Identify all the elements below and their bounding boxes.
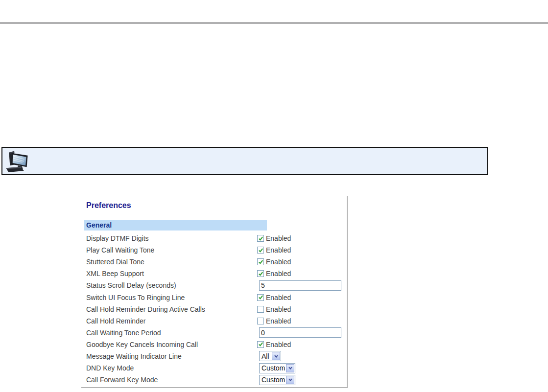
checkbox-label: Enabled xyxy=(266,258,291,266)
horizontal-rule xyxy=(0,23,548,23)
setting-control: Enabled xyxy=(257,234,291,242)
enabled-checkbox[interactable] xyxy=(257,235,264,242)
checkmark-icon xyxy=(258,271,263,277)
setting-select[interactable]: Custom xyxy=(259,363,295,373)
setting-control: Enabled xyxy=(257,341,291,348)
chevron-down-icon[interactable] xyxy=(286,364,294,372)
page: { "colors": { "title_text": "#1c1c8e", "… xyxy=(0,0,548,392)
setting-label: Display DTMF Digits xyxy=(84,234,257,242)
settings-row: Switch UI Focus To Ringing Line Enabled xyxy=(84,291,345,303)
setting-text-input[interactable] xyxy=(259,280,341,291)
settings-row: XML Beep Support Enabled xyxy=(84,268,345,279)
enabled-checkbox[interactable] xyxy=(257,341,264,348)
setting-control: Enabled xyxy=(257,305,291,313)
select-value: All xyxy=(260,352,271,360)
setting-control: Enabled xyxy=(257,317,291,325)
setting-control xyxy=(257,327,341,338)
setting-label: Status Scroll Delay (seconds) xyxy=(84,281,257,289)
setting-control: All xyxy=(257,351,281,361)
settings-row: DND Key Mode Custom xyxy=(84,362,345,374)
checkbox-label: Enabled xyxy=(266,246,291,254)
checkmark-icon xyxy=(258,342,263,347)
setting-label: DND Key Mode xyxy=(84,364,257,372)
settings-row: Status Scroll Delay (seconds) xyxy=(84,279,345,291)
setting-control: Enabled xyxy=(257,246,291,254)
enabled-checkbox[interactable] xyxy=(257,270,264,277)
enabled-checkbox[interactable] xyxy=(257,318,264,324)
settings-row: Display DTMF Digits Enabled xyxy=(84,232,345,244)
preferences-panel: Preferences General Display DTMF Digits … xyxy=(81,196,348,388)
setting-select[interactable]: Custom xyxy=(259,375,295,385)
checkbox-label: Enabled xyxy=(266,341,291,348)
enabled-checkbox[interactable] xyxy=(257,294,264,301)
setting-label: Call Hold Reminder During Active Calls xyxy=(84,305,257,313)
setting-label: Call Forward Key Mode xyxy=(84,376,257,384)
setting-label: Stuttered Dial Tone xyxy=(84,258,257,266)
page-title: Preferences xyxy=(86,201,131,210)
setting-label: Call Waiting Tone Period xyxy=(84,329,257,337)
settings-row: Message Waiting Indicator Line All xyxy=(84,350,345,362)
setting-control: Enabled xyxy=(257,270,291,277)
settings-row: Goodbye Key Cancels Incoming Call Enable… xyxy=(84,339,345,350)
setting-label: Call Hold Reminder xyxy=(84,317,257,325)
enabled-checkbox[interactable] xyxy=(257,247,264,254)
settings-row: Call Forward Key Mode Custom xyxy=(84,374,345,386)
setting-control: Enabled xyxy=(257,294,291,301)
checkbox-label: Enabled xyxy=(266,234,291,242)
setting-select[interactable]: All xyxy=(259,351,281,361)
setting-label: Switch UI Focus To Ringing Line xyxy=(84,294,257,301)
checkbox-label: Enabled xyxy=(266,294,291,301)
checkmark-icon xyxy=(258,236,263,241)
settings-row: Play Call Waiting Tone Enabled xyxy=(84,244,345,256)
settings-rows: Display DTMF Digits Enabled Play Call Wa… xyxy=(84,232,345,386)
checkmark-icon xyxy=(258,295,263,300)
checkmark-icon xyxy=(258,259,263,265)
chevron-down-icon[interactable] xyxy=(286,376,294,384)
settings-row: Call Hold Reminder Enabled xyxy=(84,315,345,327)
checkbox-label: Enabled xyxy=(266,305,291,313)
settings-row: Call Hold Reminder During Active Calls E… xyxy=(84,303,345,315)
checkbox-label: Enabled xyxy=(266,317,291,325)
setting-label: XML Beep Support xyxy=(84,270,257,277)
setting-control: Enabled xyxy=(257,258,291,266)
setting-label: Goodbye Key Cancels Incoming Call xyxy=(84,341,257,348)
setting-label: Play Call Waiting Tone xyxy=(84,246,257,254)
section-header-general: General xyxy=(84,220,267,231)
settings-row: Stuttered Dial Tone Enabled xyxy=(84,256,345,268)
select-value: Custom xyxy=(260,376,285,384)
chevron-down-icon[interactable] xyxy=(272,352,280,360)
checkbox-label: Enabled xyxy=(266,270,291,277)
settings-row: Call Waiting Tone Period xyxy=(84,327,345,339)
enabled-checkbox[interactable] xyxy=(257,306,264,313)
checkmark-icon xyxy=(258,248,263,253)
desktop-computer-icon xyxy=(5,149,30,173)
note-box xyxy=(1,147,488,175)
setting-control: Custom xyxy=(257,375,295,385)
setting-control: Custom xyxy=(257,363,295,373)
setting-label: Message Waiting Indicator Line xyxy=(84,352,257,360)
enabled-checkbox[interactable] xyxy=(257,258,264,265)
setting-text-input[interactable] xyxy=(259,327,341,338)
select-value: Custom xyxy=(260,364,285,372)
setting-control xyxy=(257,280,341,291)
